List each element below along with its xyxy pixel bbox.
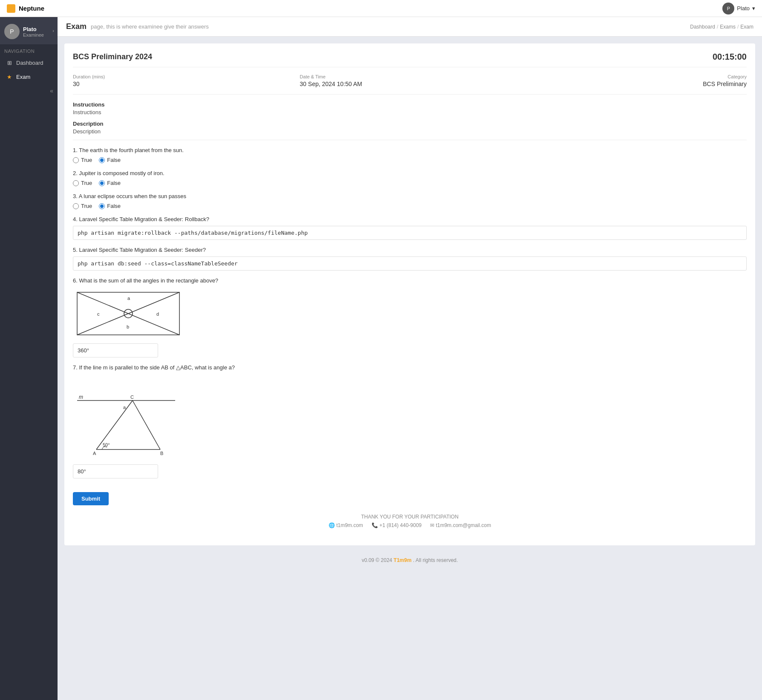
q1-true-option[interactable]: True (73, 157, 92, 163)
q2-false-label: False (107, 180, 121, 186)
q1-false-option[interactable]: False (99, 157, 121, 163)
sidebar-item-dashboard[interactable]: ⊞ Dashboard (2, 56, 56, 69)
triangle-diagram: m C A B a 50° (73, 375, 184, 460)
footer-thank-you: THANK YOU FOR YOUR PARTICIPATION (81, 514, 738, 520)
q2-false-radio[interactable] (99, 180, 105, 186)
exam-timer: 00:15:00 (713, 52, 747, 62)
breadcrumb-exams[interactable]: Exams (720, 24, 736, 30)
exam-card: BCS Preliminary 2024 00:15:00 Duration (… (64, 43, 755, 545)
nav-header: Navigation (0, 44, 58, 55)
question-5: 5. Laravel Specific Table Migration & Se… (73, 247, 747, 271)
exam-duration: Duration (mins) 30 (73, 74, 293, 87)
svg-text:50°: 50° (103, 442, 110, 447)
footer-globe-icon: 🌐 t1m9m.com (329, 522, 363, 528)
q3-true-option[interactable]: True (73, 203, 92, 209)
q3-false-radio[interactable] (99, 203, 105, 209)
page-header-left: Exam page, this is where examinee give t… (66, 22, 209, 31)
breadcrumb: Dashboard / Exams / Exam (690, 24, 753, 30)
breadcrumb-dashboard[interactable]: Dashboard (690, 24, 715, 30)
question-1: 1. The earth is the fourth planet from t… (73, 147, 747, 163)
user-name: Plato (737, 5, 750, 12)
q1-false-radio[interactable] (99, 157, 105, 163)
q2-true-option[interactable]: True (73, 180, 92, 186)
duration-label: Duration (mins) (73, 74, 293, 79)
question-3-options: True False (73, 203, 747, 209)
category-value: BCS Preliminary (527, 81, 747, 87)
footer-email-icon: ✉ t1m9m.com@gmail.com (430, 522, 491, 528)
sidebar-collapse-button[interactable]: « (0, 84, 58, 98)
sidebar-item-label-dashboard: Dashboard (16, 60, 43, 66)
q3-false-option[interactable]: False (99, 203, 121, 209)
q2-false-option[interactable]: False (99, 180, 121, 186)
q1-true-radio[interactable] (73, 157, 79, 163)
footer-rights: . All rights reserved. (413, 557, 458, 563)
svg-text:b: b (127, 324, 129, 329)
svg-text:B: B (160, 451, 163, 456)
question-7-answer[interactable] (73, 464, 158, 478)
instructions-block: Instructions Instructions (73, 101, 747, 115)
dashboard-icon: ⊞ (6, 59, 13, 66)
svg-line-11 (96, 400, 133, 449)
question-6-text: 6. What is the sum of all the angles in … (73, 277, 747, 284)
footer-phone: +1 (814) 440-9009 (379, 522, 421, 528)
sidebar-profile[interactable]: P Plato Examinee › (0, 17, 58, 44)
chevron-right-icon: › (52, 28, 54, 33)
question-6: 6. What is the sum of all the angles in … (73, 277, 747, 357)
avatar: P (722, 3, 734, 14)
brand-icon (7, 4, 15, 13)
svg-line-12 (133, 400, 160, 449)
main-content: Exam page, this is where examinee give t… (58, 17, 762, 700)
description-block: Description Description (73, 121, 747, 135)
q1-true-label: True (81, 157, 92, 163)
question-2-text: 2. Jupiter is composed mostly of iron. (73, 170, 747, 176)
exam-title: BCS Preliminary 2024 (73, 52, 152, 61)
chevron-down-icon: ▾ (752, 5, 755, 12)
svg-text:c: c (97, 311, 100, 317)
footer-brand: T1m9m (394, 557, 412, 563)
exam-card-header: BCS Preliminary 2024 00:15:00 (73, 52, 747, 67)
question-7: 7. If the line m is parallel to the side… (73, 364, 747, 478)
question-3-text: 3. A lunar eclipse occurs when the sun p… (73, 193, 747, 199)
footer-contact: 🌐 t1m9m.com 📞 +1 (814) 440-9009 ✉ t1m9m.… (81, 522, 738, 528)
question-1-text: 1. The earth is the fourth planet from t… (73, 147, 747, 153)
exam-date: Date & Time 30 Sep, 2024 10:50 AM (300, 74, 520, 87)
category-label: Category (527, 74, 747, 79)
question-4-answer[interactable] (73, 226, 747, 240)
profile-avatar: P (4, 24, 20, 39)
svg-text:C: C (130, 395, 134, 400)
question-4-text: 4. Laravel Specific Table Migration & Se… (73, 216, 747, 222)
svg-text:m: m (79, 394, 83, 400)
brand-name: Neptune (19, 5, 44, 12)
question-2-options: True False (73, 180, 747, 186)
instructions-title: Instructions (73, 101, 747, 108)
question-6-image: a c d b (73, 288, 747, 339)
question-1-options: True False (73, 157, 747, 163)
exam-meta: Duration (mins) 30 Date & Time 30 Sep, 2… (73, 74, 747, 95)
description-body: Description (73, 128, 747, 135)
question-5-text: 5. Laravel Specific Table Migration & Se… (73, 247, 747, 253)
sidebar-item-label-exam: Exam (16, 74, 30, 80)
q2-true-radio[interactable] (73, 180, 79, 186)
instructions-body: Instructions (73, 109, 747, 115)
topbar-user[interactable]: P Plato ▾ (722, 3, 755, 14)
q2-true-label: True (81, 180, 92, 186)
profile-initial: P (10, 28, 14, 35)
profile-name: Plato (23, 26, 44, 32)
date-value: 30 Sep, 2024 10:50 AM (300, 81, 520, 87)
footer-inside: THANK YOU FOR YOUR PARTICIPATION 🌐 t1m9m… (73, 505, 747, 537)
page-title: Exam (66, 22, 87, 31)
question-5-answer[interactable] (73, 256, 747, 271)
question-2: 2. Jupiter is composed mostly of iron. T… (73, 170, 747, 186)
sidebar-item-exam[interactable]: ★ Exam (2, 70, 56, 84)
question-4: 4. Laravel Specific Table Migration & Se… (73, 216, 747, 240)
sidebar: P Plato Examinee › Navigation ⊞ Dashboar… (0, 17, 58, 700)
q3-true-radio[interactable] (73, 203, 79, 209)
svg-text:d: d (156, 311, 159, 317)
submit-button[interactable]: Submit (73, 492, 109, 505)
svg-text:a: a (127, 296, 130, 301)
exam-category: Category BCS Preliminary (527, 74, 747, 87)
svg-text:a: a (123, 405, 126, 410)
footer-phone-icon: 📞 +1 (814) 440-9009 (372, 522, 421, 528)
breadcrumb-sep-2: / (737, 24, 739, 30)
question-6-answer[interactable] (73, 343, 158, 357)
